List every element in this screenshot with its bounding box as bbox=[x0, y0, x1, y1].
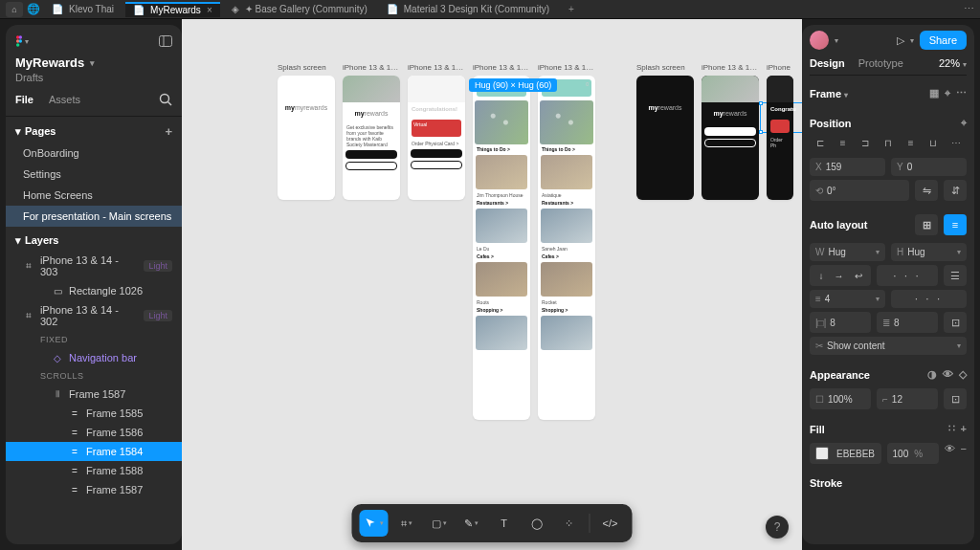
radius-input[interactable]: ⌐12 bbox=[877, 388, 938, 409]
shape-tool[interactable]: ▢▾ bbox=[425, 510, 454, 537]
align-right-icon[interactable]: ⊐ bbox=[855, 133, 876, 152]
comment-tool[interactable]: ◯ bbox=[523, 510, 551, 537]
layer-row[interactable]: ◇Navigation bar bbox=[6, 348, 182, 367]
add-fill-icon[interactable]: + bbox=[961, 423, 967, 435]
align-hcenter-icon[interactable]: ≡ bbox=[833, 133, 854, 152]
alignment-grid[interactable]: ∙ ∙ ∙ bbox=[877, 265, 938, 286]
frame-label[interactable]: iPhone 13 & 1… bbox=[343, 63, 400, 72]
overflow-menu-icon[interactable]: ⋯ bbox=[964, 3, 974, 15]
pen-tool[interactable]: ✎▾ bbox=[457, 510, 486, 537]
y-input[interactable]: Y0 bbox=[891, 158, 967, 176]
search-icon[interactable] bbox=[159, 93, 172, 106]
align-bottom-icon[interactable]: ⊔ bbox=[924, 133, 945, 152]
artboard[interactable]: $5400 Things to Do >Asiatique Restaurant… bbox=[538, 76, 595, 420]
layer-row[interactable]: ⌗iPhone 13 & 14 - 302Light bbox=[6, 300, 182, 331]
artboard[interactable]: myrewardsGet exclusive benefits from you… bbox=[343, 76, 400, 200]
artboard[interactable]: mymyrewards bbox=[278, 76, 335, 200]
layer-row[interactable]: ⦀Frame 1587 bbox=[6, 385, 182, 404]
al-direction-icon[interactable]: ⊞ bbox=[915, 214, 938, 235]
artboard[interactable]: Congratulations!VirtualOrder Physical Ca… bbox=[408, 76, 465, 200]
text-tool[interactable]: T bbox=[490, 510, 519, 537]
add-page-icon[interactable]: + bbox=[165, 124, 172, 139]
direction-picker[interactable]: ↓→↩ bbox=[810, 265, 871, 286]
align-top-icon[interactable]: ⊓ bbox=[878, 133, 899, 152]
align-left-icon[interactable]: ⊏ bbox=[810, 133, 831, 152]
panel-toggle-icon[interactable] bbox=[159, 35, 172, 47]
home-button[interactable]: ⌂ bbox=[6, 2, 23, 17]
actions-tool[interactable]: ⁘ bbox=[555, 510, 584, 537]
layer-row-selected[interactable]: =Frame 1584 bbox=[6, 442, 182, 461]
help-button[interactable]: ? bbox=[766, 516, 789, 539]
frame-label[interactable]: Splash screen bbox=[636, 63, 694, 72]
page-item[interactable]: Home Screens bbox=[6, 185, 182, 206]
layer-row[interactable]: =Frame 1588 bbox=[6, 461, 182, 480]
tab-assets[interactable]: Assets bbox=[49, 94, 80, 105]
tab-3[interactable]: 📄Material 3 Design Kit (Community) bbox=[379, 2, 557, 17]
fill-visibility-icon[interactable]: 👁 bbox=[945, 443, 955, 464]
page-item-selected[interactable]: For presentation - Main screens bbox=[6, 206, 182, 227]
share-button[interactable]: Share bbox=[920, 31, 967, 50]
fill-color[interactable]: EBEBEB bbox=[810, 443, 881, 464]
blend-icon[interactable]: ◑ bbox=[927, 368, 937, 381]
move-tool[interactable]: ▾ bbox=[360, 510, 389, 537]
tab-file[interactable]: File bbox=[15, 94, 33, 105]
page-item[interactable]: OnBoarding bbox=[6, 143, 182, 164]
pages-header[interactable]: ▾Pages + bbox=[6, 117, 182, 143]
clip-content[interactable]: ✂Show content▾ bbox=[810, 337, 967, 355]
gap-input[interactable]: ≡4▾ bbox=[810, 290, 885, 308]
file-location[interactable]: Drafts bbox=[6, 72, 182, 83]
more-icon[interactable]: ⋯ bbox=[956, 87, 967, 99]
align-more-icon[interactable]: ⋯ bbox=[946, 133, 967, 152]
rotation-input[interactable]: ⟲0° bbox=[810, 180, 909, 201]
artboard[interactable]: myrewards bbox=[636, 76, 694, 200]
tab-1[interactable]: 📄MyRewards× bbox=[125, 2, 220, 17]
pad-v-input[interactable]: ≣8 bbox=[877, 312, 938, 333]
layer-row[interactable]: =Frame 1586 bbox=[6, 423, 182, 442]
close-icon[interactable]: × bbox=[207, 5, 212, 15]
layer-row[interactable]: ▭Rectangle 1026 bbox=[6, 281, 182, 300]
new-tab-button[interactable]: + bbox=[561, 2, 582, 17]
layer-row[interactable]: =Frame 1585 bbox=[6, 404, 182, 423]
present-icon[interactable]: ▷ bbox=[897, 34, 904, 47]
styles-icon[interactable]: ∷ bbox=[948, 423, 955, 435]
target-icon[interactable]: ⌖ bbox=[961, 117, 967, 129]
canvas[interactable]: Splash screen mymyrewards iPhone 13 & 1…… bbox=[182, 19, 802, 550]
grid-icon[interactable]: ▦ bbox=[929, 87, 939, 99]
artboard[interactable]: myrewards bbox=[702, 76, 759, 200]
align-vcenter-icon[interactable]: ≡ bbox=[901, 133, 922, 152]
dev-mode-toggle[interactable]: </> bbox=[596, 510, 625, 537]
pad-individual-icon[interactable]: ⊡ bbox=[944, 312, 967, 333]
color-swatch[interactable] bbox=[815, 447, 829, 460]
frame-label[interactable]: Splash screen bbox=[278, 63, 335, 72]
radius-individual-icon[interactable]: ⊡ bbox=[944, 388, 967, 409]
visibility-icon[interactable]: 👁 bbox=[943, 368, 953, 381]
frame-label[interactable]: iPhone 13 & 1… bbox=[473, 63, 530, 72]
artboard[interactable]: CongratuOrder Ph bbox=[767, 76, 793, 200]
component-icon[interactable]: ⌖ bbox=[945, 87, 950, 99]
layers-header[interactable]: ▾Layers bbox=[6, 227, 182, 251]
al-direction-active-icon[interactable]: ≡ bbox=[944, 214, 967, 235]
al-settings-icon[interactable]: ☰ bbox=[944, 265, 967, 286]
tab-prototype[interactable]: Prototype bbox=[858, 57, 903, 69]
tab-0[interactable]: 📄Klevo Thai bbox=[44, 2, 122, 17]
flip-v-icon[interactable]: ⇵ bbox=[944, 180, 967, 201]
figma-menu-button[interactable]: ▾ bbox=[15, 34, 29, 48]
frame-tool[interactable]: ⌗▾ bbox=[392, 510, 421, 537]
fill-remove-icon[interactable]: − bbox=[961, 443, 967, 464]
pad-h-input[interactable]: |□|8 bbox=[810, 312, 871, 333]
layer-row[interactable]: =Frame 1587 bbox=[6, 480, 182, 499]
alignment-grid-2[interactable]: ∙ ∙ ∙ bbox=[891, 290, 967, 308]
frame-section-header[interactable]: Frame ▾ ▦⌖⋯ bbox=[810, 83, 967, 103]
x-input[interactable]: X159 bbox=[810, 158, 885, 176]
layer-row[interactable]: ⌗iPhone 13 & 14 - 303Light bbox=[6, 251, 182, 281]
tab-2[interactable]: ◈✦ Base Gallery (Community) bbox=[224, 2, 375, 17]
frame-label[interactable]: iPhone 13 & 1… bbox=[538, 63, 595, 72]
width-mode[interactable]: WHug▾ bbox=[810, 243, 885, 261]
frame-label[interactable]: iPhone 13 & 1… bbox=[408, 63, 465, 72]
artboard[interactable]: $5400 Things to Do >Jim Thompson House R… bbox=[473, 76, 530, 420]
file-title[interactable]: MyRewards▾ bbox=[6, 55, 182, 70]
height-mode[interactable]: HHug▾ bbox=[891, 243, 967, 261]
flip-h-icon[interactable]: ⇋ bbox=[915, 180, 938, 201]
zoom-control[interactable]: 22% ▾ bbox=[939, 57, 967, 69]
page-item[interactable]: Settings bbox=[6, 164, 182, 185]
